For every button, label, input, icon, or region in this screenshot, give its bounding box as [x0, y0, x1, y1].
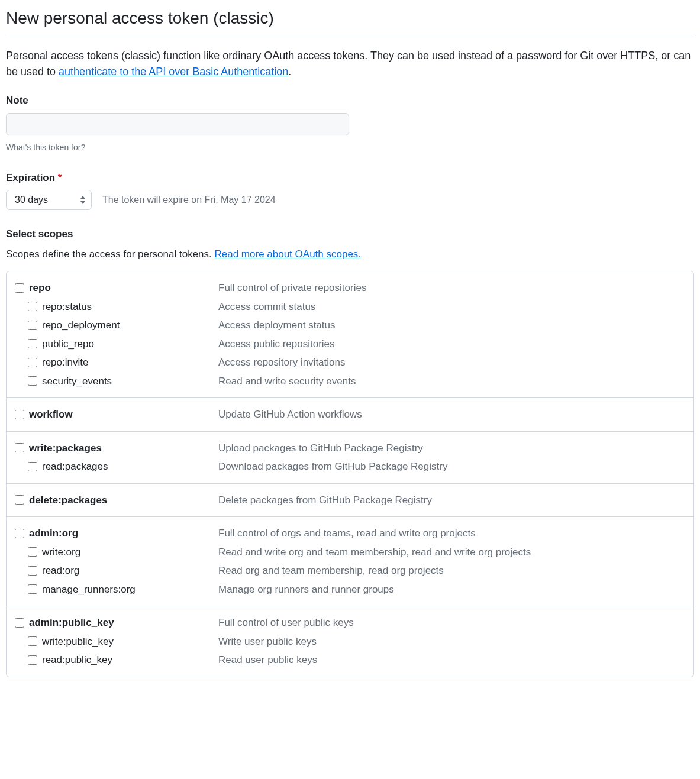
- scope-name: admin:org: [29, 526, 218, 541]
- scope-name: write:public_key: [42, 634, 218, 649]
- scope-name: read:packages: [42, 459, 218, 474]
- scope-checkbox[interactable]: [28, 566, 37, 576]
- scope-desc: Download packages from GitHub Package Re…: [218, 459, 685, 474]
- scope-desc: Access public repositories: [218, 337, 685, 352]
- scope-checkbox[interactable]: [15, 410, 24, 419]
- scope-desc: Access deployment status: [218, 318, 685, 333]
- scope-name: workflow: [29, 407, 218, 422]
- scope-name: write:org: [42, 545, 218, 560]
- scope-name: repo: [29, 280, 218, 296]
- scope-row-child: security_eventsRead and write security e…: [15, 372, 685, 391]
- scope-checkbox[interactable]: [28, 655, 37, 665]
- scope-checkbox[interactable]: [28, 339, 37, 348]
- scope-row-parent: admin:public_keyFull control of user pub…: [15, 613, 685, 632]
- expiration-selected-value: 30 days: [15, 195, 48, 205]
- scope-name: manage_runners:org: [42, 582, 218, 597]
- scope-desc: Access commit status: [218, 299, 685, 315]
- expiration-expiry-text: The token will expire on Fri, May 17 202…: [102, 193, 276, 207]
- expiration-select[interactable]: 30 days: [6, 190, 92, 210]
- scope-checkbox[interactable]: [28, 358, 37, 367]
- scope-checkbox[interactable]: [28, 321, 37, 330]
- scope-row-child: manage_runners:orgManage org runners and…: [15, 580, 685, 599]
- scope-desc: Full control of private repositories: [218, 280, 685, 296]
- expiration-label: Expiration *: [6, 170, 694, 186]
- scope-name: security_events: [42, 374, 218, 389]
- scope-desc: Manage org runners and runner groups: [218, 582, 685, 597]
- scope-name: repo_deployment: [42, 318, 218, 333]
- scope-row-parent: workflowUpdate GitHub Action workflows: [15, 405, 685, 424]
- scope-desc: Read user public keys: [218, 652, 685, 668]
- scope-checkbox[interactable]: [15, 495, 24, 505]
- scope-row-parent: write:packagesUpload packages to GitHub …: [15, 439, 685, 458]
- scope-name: admin:public_key: [29, 615, 218, 631]
- scope-checkbox[interactable]: [15, 618, 24, 628]
- scope-desc: Upload packages to GitHub Package Regist…: [218, 441, 685, 456]
- scope-desc: Read and write org and team membership, …: [218, 545, 685, 560]
- scope-desc: Read and write security events: [218, 374, 685, 389]
- scope-row-child: read:public_keyRead user public keys: [15, 651, 685, 670]
- scope-section: admin:public_keyFull control of user pub…: [7, 606, 693, 677]
- expiration-label-text: Expiration: [6, 172, 55, 183]
- scope-row-child: read:orgRead org and team membership, re…: [15, 561, 685, 580]
- scope-section: delete:packagesDelete packages from GitH…: [7, 484, 693, 518]
- scope-row-parent: delete:packagesDelete packages from GitH…: [15, 491, 685, 510]
- scope-name: public_repo: [42, 337, 218, 352]
- scope-checkbox[interactable]: [28, 462, 37, 471]
- required-marker: *: [58, 172, 62, 183]
- scope-name: read:public_key: [42, 652, 218, 668]
- scope-desc: Full control of user public keys: [218, 615, 685, 631]
- scope-row-child: write:public_keyWrite user public keys: [15, 632, 685, 651]
- scope-checkbox[interactable]: [15, 283, 24, 293]
- scope-checkbox[interactable]: [28, 376, 37, 386]
- scope-desc: Full control of orgs and teams, read and…: [218, 526, 685, 541]
- description-text-after: .: [288, 66, 291, 77]
- page-title: New personal access token (classic): [6, 6, 694, 37]
- scopes-label: Select scopes: [6, 227, 694, 242]
- scope-section: admin:orgFull control of orgs and teams,…: [7, 517, 693, 606]
- scope-desc: Access repository invitations: [218, 355, 685, 370]
- scope-desc: Read org and team membership, read org p…: [218, 563, 685, 578]
- note-hint: What's this token for?: [6, 141, 694, 154]
- scope-row-parent: repoFull control of private repositories: [15, 279, 685, 298]
- scope-name: repo:status: [42, 299, 218, 315]
- scope-row-child: write:orgRead and write org and team mem…: [15, 543, 685, 562]
- scope-checkbox[interactable]: [15, 529, 24, 538]
- scope-row-child: read:packagesDownload packages from GitH…: [15, 457, 685, 476]
- scope-row-parent: admin:orgFull control of orgs and teams,…: [15, 524, 685, 543]
- scope-checkbox[interactable]: [28, 302, 37, 311]
- scope-row-child: repo_deploymentAccess deployment status: [15, 316, 685, 335]
- scope-checkbox[interactable]: [15, 443, 24, 452]
- scope-name: read:org: [42, 563, 218, 578]
- scopes-hint-before: Scopes define the access for personal to…: [6, 248, 214, 260]
- scope-name: delete:packages: [29, 493, 218, 508]
- scope-row-child: repo:inviteAccess repository invitations: [15, 353, 685, 372]
- scope-section: write:packagesUpload packages to GitHub …: [7, 432, 693, 484]
- scope-name: repo:invite: [42, 355, 218, 370]
- scope-desc: Update GitHub Action workflows: [218, 407, 685, 422]
- note-input[interactable]: [6, 113, 349, 135]
- page-description: Personal access tokens (classic) functio…: [6, 48, 694, 80]
- scope-section: repoFull control of private repositories…: [7, 271, 693, 398]
- scope-checkbox[interactable]: [28, 547, 37, 557]
- scope-desc: Write user public keys: [218, 634, 685, 649]
- scope-checkbox[interactable]: [28, 636, 37, 646]
- scope-name: write:packages: [29, 441, 218, 456]
- scopes-box: repoFull control of private repositories…: [6, 271, 694, 677]
- scopes-hint-link[interactable]: Read more about OAuth scopes.: [214, 248, 361, 260]
- scope-checkbox[interactable]: [28, 584, 37, 594]
- scope-row-child: public_repoAccess public repositories: [15, 335, 685, 354]
- scope-section: workflowUpdate GitHub Action workflows: [7, 398, 693, 432]
- scopes-hint: Scopes define the access for personal to…: [6, 247, 694, 262]
- scope-desc: Delete packages from GitHub Package Regi…: [218, 493, 685, 508]
- scope-row-child: repo:statusAccess commit status: [15, 298, 685, 316]
- auth-api-link[interactable]: authenticate to the API over Basic Authe…: [59, 66, 288, 77]
- note-label: Note: [6, 93, 694, 108]
